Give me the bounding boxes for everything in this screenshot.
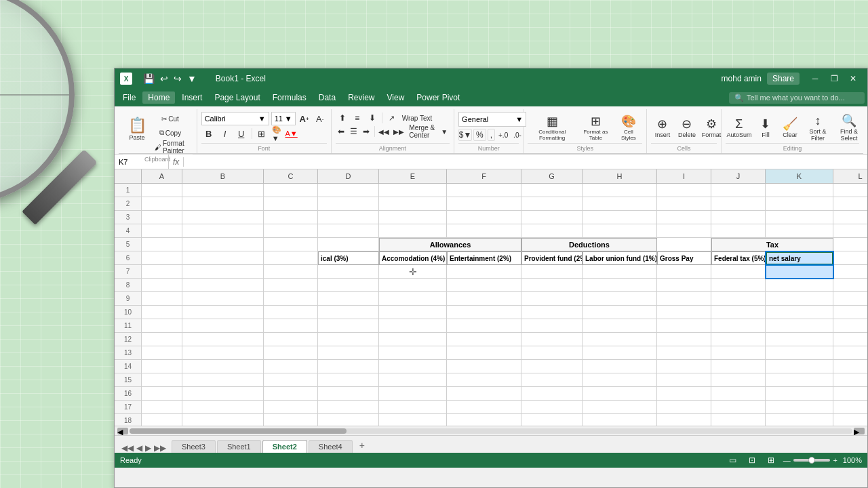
cell-k1[interactable] (766, 184, 833, 197)
cell-g1[interactable] (521, 184, 583, 197)
cell-d3[interactable] (318, 211, 379, 224)
cell-i5[interactable] (657, 238, 711, 251)
share-button[interactable]: Share (767, 73, 800, 85)
cell-g8[interactable] (521, 279, 583, 292)
cell-a9[interactable] (142, 292, 182, 306)
cell-h8[interactable] (583, 279, 657, 292)
col-header-d[interactable]: D (318, 169, 379, 183)
row-num-17[interactable]: 17 (115, 401, 142, 414)
row-num-3[interactable]: 3 (115, 211, 142, 224)
autosum-button[interactable]: Σ AutoSum (726, 112, 753, 143)
cell-b3[interactable] (182, 211, 264, 224)
font-size-selector[interactable]: 11 ▼ (271, 112, 296, 125)
cell-i4[interactable] (657, 224, 711, 238)
cell-e8[interactable] (379, 279, 447, 292)
col-header-a[interactable]: A (142, 169, 182, 183)
cell-k4[interactable] (766, 224, 833, 238)
cell-b2[interactable] (182, 197, 264, 211)
increase-font-button[interactable]: A+ (298, 113, 311, 125)
menu-power-pivot[interactable]: Power Pivot (411, 92, 465, 104)
cell-l2[interactable] (833, 197, 867, 211)
cell-d8[interactable] (318, 279, 379, 292)
undo-button[interactable]: ↩ (159, 73, 170, 84)
sheet-nav-next[interactable]: ▶ (144, 443, 153, 453)
comma-button[interactable]: , (488, 129, 495, 141)
col-header-j[interactable]: J (711, 169, 766, 183)
row-num-10[interactable]: 10 (115, 306, 142, 319)
copy-button[interactable]: ⧉ Copy (153, 126, 188, 140)
cell-e5-allowances[interactable]: Allowances (379, 238, 521, 251)
increase-decimal-button[interactable]: +.0 (496, 129, 510, 141)
col-header-f[interactable]: F (447, 169, 521, 183)
horizontal-scrollbar[interactable]: ◀ ▶ (115, 426, 867, 435)
decrease-indent-button[interactable]: ◀◀ (377, 125, 391, 138)
format-as-table-button[interactable]: ⊞ Format as Table (578, 112, 614, 143)
cell-f1[interactable] (447, 184, 521, 197)
row-num-1[interactable]: 1 (115, 184, 142, 197)
cell-d7[interactable] (318, 265, 379, 279)
cell-a6[interactable] (142, 251, 182, 265)
col-header-k[interactable]: K (766, 169, 833, 183)
menu-view[interactable]: View (382, 92, 410, 104)
col-header-l[interactable]: L (833, 169, 867, 183)
orientation-button[interactable]: ↗ (385, 112, 399, 124)
cell-f8[interactable] (447, 279, 521, 292)
sheet-nav-right[interactable]: ▶▶ (153, 443, 167, 453)
row-num-16[interactable]: 16 (115, 387, 142, 401)
cell-l5[interactable] (833, 238, 867, 251)
row-num-14[interactable]: 14 (115, 360, 142, 373)
col-header-g[interactable]: G (521, 169, 583, 183)
save-button[interactable]: 💾 (142, 73, 156, 84)
decrease-decimal-button[interactable]: .0- (511, 129, 524, 141)
cell-e3[interactable] (379, 211, 447, 224)
format-button[interactable]: ⚙ Format (700, 112, 723, 143)
cell-a8[interactable] (142, 279, 182, 292)
row-num-7[interactable]: 7 (115, 265, 142, 279)
fill-button[interactable]: ⬇ Fill (754, 112, 777, 143)
page-layout-view-button[interactable]: ⊡ (745, 455, 759, 466)
font-name-selector[interactable]: Calibri ▼ (201, 112, 269, 125)
cell-b5[interactable] (182, 238, 264, 251)
close-button[interactable]: ✕ (844, 72, 862, 85)
cell-i1[interactable] (657, 184, 711, 197)
row-num-6[interactable]: 6 (115, 251, 142, 265)
zoom-in-button[interactable]: + (833, 456, 837, 464)
cell-a7[interactable] (142, 265, 182, 279)
cell-h3[interactable] (583, 211, 657, 224)
cell-k8[interactable] (766, 279, 833, 292)
cell-g6-provident[interactable]: Provident fund (2%) (521, 251, 583, 265)
cell-a5[interactable] (142, 238, 182, 251)
number-format-selector[interactable]: General ▼ (458, 112, 526, 127)
cell-i2[interactable] (657, 197, 711, 211)
customize-quick-access-button[interactable]: ▼ (186, 73, 198, 84)
sheet-tab-sheet3[interactable]: Sheet3 (172, 440, 216, 453)
cell-h2[interactable] (583, 197, 657, 211)
menu-data[interactable]: Data (313, 92, 341, 104)
sheet-tab-sheet1[interactable]: Sheet1 (217, 440, 261, 453)
underline-button[interactable]: U (234, 127, 249, 140)
align-center-button[interactable]: ☰ (348, 125, 359, 138)
font-color-button[interactable]: A▼ (285, 127, 298, 140)
increase-indent-button[interactable]: ▶▶ (392, 125, 406, 138)
menu-home[interactable]: Home (142, 92, 175, 104)
col-header-c[interactable]: C (264, 169, 318, 183)
cell-c7[interactable] (264, 265, 318, 279)
cell-j5-tax[interactable]: Tax (711, 238, 833, 251)
merge-center-button[interactable]: Merge & Center▼ (407, 125, 450, 138)
fill-color-button[interactable]: 🎨▼ (270, 127, 283, 140)
menu-file[interactable]: File (117, 92, 141, 104)
cell-h4[interactable] (583, 224, 657, 238)
row-num-8[interactable]: 8 (115, 279, 142, 292)
cell-f7[interactable] (447, 265, 521, 279)
cell-k7[interactable] (766, 265, 833, 279)
cell-j2[interactable] (711, 197, 766, 211)
cell-h1[interactable] (583, 184, 657, 197)
zoom-out-button[interactable]: — (783, 456, 791, 464)
cell-d1[interactable] (318, 184, 379, 197)
cell-l7[interactable] (833, 265, 867, 279)
cell-a2[interactable] (142, 197, 182, 211)
scroll-right-button[interactable]: ▶ (854, 428, 865, 434)
align-top-button[interactable]: ⬆ (336, 112, 349, 124)
sheet-nav-left[interactable]: ◀◀ (120, 443, 135, 453)
cell-i3[interactable] (657, 211, 711, 224)
